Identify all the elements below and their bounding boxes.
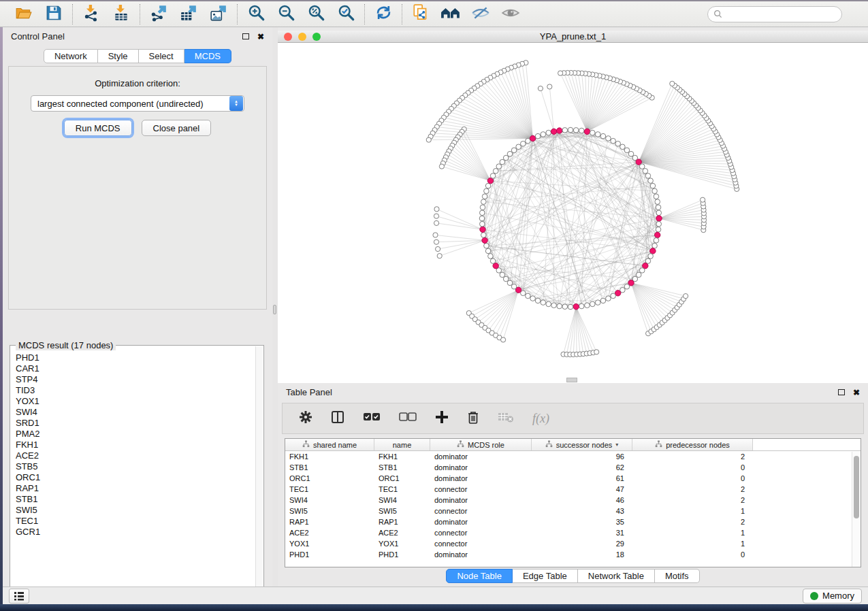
export-network-button[interactable] bbox=[146, 4, 171, 24]
maximize-window-icon[interactable] bbox=[312, 33, 321, 41]
mcds-result-item[interactable]: SRD1 bbox=[16, 418, 263, 429]
mcds-result-item[interactable]: ACE2 bbox=[16, 450, 263, 461]
table-row[interactable]: TEC1TEC1connector472 bbox=[285, 484, 861, 495]
close-panel-icon[interactable]: ✖ bbox=[257, 33, 264, 41]
tab-style[interactable]: Style bbox=[98, 49, 139, 63]
float-panel-icon[interactable] bbox=[242, 33, 249, 39]
mcds-result-item[interactable]: TEC1 bbox=[16, 516, 263, 527]
task-history-button[interactable] bbox=[9, 589, 29, 604]
mcds-result-item[interactable]: SWI5 bbox=[16, 505, 263, 516]
import-table-button[interactable] bbox=[109, 4, 133, 24]
export-image-button[interactable] bbox=[206, 4, 231, 24]
mcds-result-item[interactable]: TID3 bbox=[16, 385, 263, 396]
deselect-all-button[interactable] bbox=[399, 412, 417, 425]
mcds-result-item[interactable]: STB5 bbox=[16, 461, 263, 472]
criterion-select[interactable]: largest connected component (undirected)… bbox=[31, 95, 244, 112]
delete-column-button[interactable] bbox=[467, 410, 479, 427]
vertical-splitter[interactable] bbox=[272, 27, 278, 587]
mcds-result-item[interactable]: FKH1 bbox=[16, 440, 263, 450]
column-header-predecessor-nodes[interactable]: predecessor nodes bbox=[632, 439, 753, 450]
result-scrollbar[interactable] bbox=[255, 346, 263, 596]
mcds-result-item[interactable]: SWI4 bbox=[16, 407, 263, 418]
splitter-handle[interactable] bbox=[273, 305, 276, 314]
column-header-name[interactable]: name bbox=[374, 439, 430, 450]
horizontal-splitter-handle[interactable] bbox=[566, 378, 577, 382]
table-panel-title: Table Panel bbox=[286, 387, 332, 397]
new-network-from-selection-button[interactable] bbox=[408, 4, 433, 24]
table-row[interactable]: STB1STB1dominator620 bbox=[285, 462, 861, 473]
delete-table-button bbox=[498, 411, 514, 426]
table-row[interactable]: PHD1PHD1dominator180 bbox=[285, 549, 861, 560]
cell-shared-name: TEC1 bbox=[285, 484, 374, 495]
export-table-button[interactable] bbox=[176, 4, 201, 24]
import-network-icon bbox=[82, 4, 100, 24]
cell-predecessor-nodes: 1 bbox=[632, 527, 753, 538]
column-header-MCDS-role[interactable]: MCDS role bbox=[430, 439, 532, 450]
network-canvas[interactable] bbox=[278, 43, 868, 382]
zoom-fit-button[interactable] bbox=[304, 4, 328, 24]
search-input[interactable] bbox=[726, 10, 828, 19]
table-row[interactable]: ORC1ORC1dominator610 bbox=[285, 473, 861, 484]
mcds-result-item[interactable]: YOX1 bbox=[16, 396, 263, 407]
tab-motifs[interactable]: Motifs bbox=[655, 569, 700, 583]
network-titlebar[interactable]: YPA_prune.txt_1 bbox=[278, 31, 868, 43]
tab-select[interactable]: Select bbox=[139, 49, 184, 63]
mcds-result-item[interactable]: RAP1 bbox=[16, 483, 263, 494]
table-row[interactable]: FKH1FKH1dominator962 bbox=[285, 451, 861, 462]
mcds-result-item[interactable]: GCR1 bbox=[16, 527, 263, 538]
zoom-in-icon bbox=[247, 3, 266, 24]
minimize-window-icon[interactable] bbox=[298, 33, 306, 41]
zoom-selected-button[interactable] bbox=[334, 4, 358, 24]
tab-network-table[interactable]: Network Table bbox=[578, 569, 655, 583]
table-row[interactable]: ACE2ACE2connector311 bbox=[285, 527, 861, 538]
tab-mcds[interactable]: MCDS bbox=[184, 49, 231, 63]
apply-layout-button[interactable] bbox=[371, 4, 396, 24]
mcds-result-item[interactable]: PHD1 bbox=[16, 352, 263, 363]
float-panel-icon[interactable] bbox=[838, 389, 845, 395]
export-network-icon bbox=[150, 4, 167, 24]
tab-node-table[interactable]: Node Table bbox=[446, 569, 513, 583]
table-row[interactable]: YOX1YOX1connector291 bbox=[285, 538, 861, 549]
column-header-successor-nodes[interactable]: successor nodes▾ bbox=[532, 439, 632, 450]
mcds-result-box: MCDS result (17 nodes) PHD1CAR1STP4TID3Y… bbox=[10, 345, 264, 597]
add-column-button[interactable] bbox=[435, 410, 449, 427]
cell-successor-nodes: 47 bbox=[532, 484, 632, 495]
table-scrollbar[interactable] bbox=[852, 452, 861, 567]
open-file-button[interactable] bbox=[12, 4, 36, 24]
table-row[interactable]: RAP1RAP1dominator352 bbox=[285, 516, 861, 527]
show-all-button[interactable] bbox=[498, 4, 523, 24]
run-mcds-button[interactable]: Run MCDS bbox=[64, 120, 132, 136]
split-columns-button[interactable] bbox=[331, 410, 344, 427]
network-graph[interactable] bbox=[278, 43, 868, 382]
table-row[interactable]: SWI4SWI4dominator462 bbox=[285, 495, 861, 506]
mcds-result-item[interactable]: PMA2 bbox=[16, 429, 263, 440]
hide-selected-button[interactable] bbox=[468, 4, 493, 24]
zoom-in-button[interactable] bbox=[244, 4, 268, 24]
search-box[interactable] bbox=[707, 6, 842, 22]
import-network-button[interactable] bbox=[79, 4, 103, 24]
mcds-result-item[interactable]: STB1 bbox=[16, 494, 263, 505]
column-header-shared-name[interactable]: shared name bbox=[285, 439, 374, 450]
mcds-result-item[interactable]: ORC1 bbox=[16, 472, 263, 483]
cell-predecessor-nodes: 1 bbox=[632, 538, 753, 549]
export-image-icon bbox=[210, 4, 227, 24]
import-table-icon bbox=[112, 4, 130, 24]
zoom-out-button[interactable] bbox=[274, 4, 298, 24]
close-panel-button[interactable]: Close panel bbox=[142, 120, 212, 136]
mcds-result-list[interactable]: PHD1CAR1STP4TID3YOX1SWI4SRD1PMA2FKH1ACE2… bbox=[10, 346, 263, 538]
table-scrollbar-thumb[interactable] bbox=[854, 456, 859, 518]
table-row[interactable]: SWI5SWI5connector431 bbox=[285, 506, 861, 516]
mcds-result-item[interactable]: CAR1 bbox=[16, 363, 263, 374]
mcds-result-item[interactable]: STP4 bbox=[16, 374, 263, 385]
tab-network[interactable]: Network bbox=[44, 49, 98, 63]
memory-button[interactable]: Memory bbox=[803, 589, 862, 604]
cell-name: PHD1 bbox=[374, 549, 430, 560]
select-all-button[interactable] bbox=[363, 412, 381, 425]
first-neighbors-button[interactable] bbox=[438, 4, 463, 24]
close-panel-icon[interactable]: ✖ bbox=[853, 389, 860, 397]
tab-edge-table[interactable]: Edge Table bbox=[513, 569, 578, 583]
close-window-icon[interactable] bbox=[284, 33, 292, 41]
gear-button[interactable] bbox=[299, 410, 312, 427]
cell-shared-name: SWI5 bbox=[285, 506, 374, 516]
save-session-button[interactable] bbox=[42, 4, 66, 24]
